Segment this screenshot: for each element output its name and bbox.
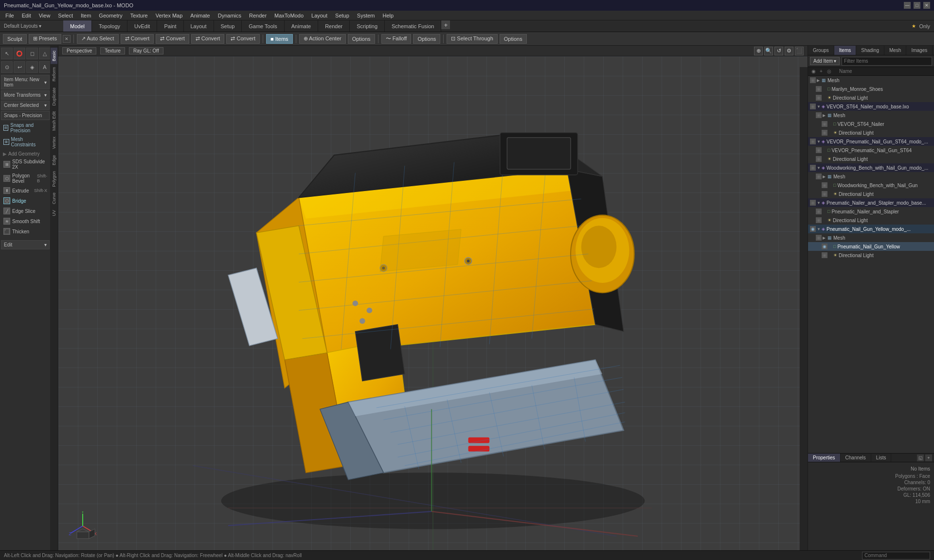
snaps-precision-header[interactable]: Snaps - Precision — [1, 111, 50, 120]
tab-paint[interactable]: Paint — [157, 20, 183, 32]
viewport-rotate-icon[interactable]: ↺ — [774, 47, 783, 55]
rtab-items[interactable]: Items — [834, 46, 856, 55]
filter-items-input[interactable] — [842, 57, 932, 66]
vis-btn[interactable]: ◉ — [810, 139, 816, 144]
tab-scripting[interactable]: Scripting — [350, 20, 385, 32]
menu-select[interactable]: Select — [54, 12, 76, 19]
tool-lasso-icon[interactable]: △ — [39, 48, 51, 59]
tool-rotate-icon[interactable]: ⊙ — [1, 61, 13, 73]
vtab-reform[interactable]: Reform — [51, 64, 57, 85]
list-item-dirlight5[interactable]: ◉ ☀ Directional Light — [808, 216, 934, 225]
expand-btn[interactable]: ▼ — [817, 201, 822, 205]
list-item-nail-gun-yellow[interactable]: ◉ □ Pneumatic_Nail_Gun_Yellow — [808, 242, 934, 251]
auto-select-button[interactable]: ↗ Auto Select — [77, 34, 119, 44]
vis-btn[interactable]: ◉ — [816, 174, 822, 179]
rtab-shading[interactable]: Shading — [856, 46, 884, 55]
menu-setup[interactable]: Setup — [332, 12, 353, 19]
action-center-button[interactable]: ⊕ Action Center — [299, 34, 346, 44]
tab-animate[interactable]: Animate — [285, 20, 318, 32]
convert-button-2[interactable]: ⇄ Convert — [156, 34, 189, 44]
sculpt-button[interactable]: Sculpt — [3, 34, 27, 44]
edit-dropdown[interactable]: Edit ▾ — [1, 240, 50, 249]
list-item-wb-mesh[interactable]: ◉ ▶ ▦ Mesh — [808, 172, 934, 181]
tool-undo-icon[interactable]: ↩ — [14, 61, 25, 73]
menu-help[interactable]: Help — [379, 12, 397, 19]
command-input[interactable] — [862, 552, 930, 560]
vis-btn[interactable]: ◉ — [822, 182, 827, 188]
maximize-button[interactable]: □ — [914, 2, 920, 9]
vis-btn[interactable]: ◉ — [816, 112, 822, 118]
tab-layout[interactable]: Layout — [184, 20, 214, 32]
list-item-dirlight3[interactable]: ◉ ☀ Directional Light — [808, 155, 934, 163]
expand-btn[interactable]: ▼ — [817, 227, 822, 231]
vis-btn[interactable]: ◉ — [822, 252, 827, 258]
expand-btn[interactable]: ▼ — [817, 140, 822, 144]
menu-vertexmap[interactable]: Vertex Map — [152, 12, 186, 19]
vis-btn[interactable]: ◉ — [816, 217, 822, 223]
tool-square-icon[interactable]: ◻ — [26, 48, 38, 59]
vis-btn[interactable]: ◉ — [822, 130, 827, 136]
tab-schematic[interactable]: Schematic Fusion — [385, 20, 441, 32]
vis-btn[interactable]: ◉ — [816, 86, 822, 92]
menu-edit[interactable]: Edit — [18, 12, 35, 19]
tool-circle-icon[interactable]: ⭕ — [14, 48, 25, 59]
menu-maxtomodo[interactable]: MaxToModo — [271, 12, 307, 19]
menu-texture[interactable]: Texture — [127, 12, 151, 19]
ray-gl-button[interactable]: Ray GL: Off — [129, 47, 163, 54]
more-transforms-dropdown[interactable]: More Transforms ▾ — [1, 90, 50, 100]
layout-selector[interactable]: Default Layouts ▾ — [4, 23, 41, 29]
tab-model[interactable]: Model — [63, 20, 92, 32]
vis-btn[interactable]: ◉ — [810, 200, 816, 206]
vtab-basic[interactable]: Basic — [51, 48, 57, 64]
brtab-expand-icon[interactable]: ◱ — [917, 455, 924, 461]
vtab-curve[interactable]: Curve — [51, 190, 57, 207]
expand-btn[interactable]: ▼ — [817, 166, 822, 170]
vis-btn[interactable]: ◉ — [822, 121, 827, 127]
expand-btn[interactable]: ▶ — [823, 113, 827, 118]
list-item-wb-item[interactable]: ◉ □ Woodworking_Bench_with_Nail_Gun — [808, 181, 934, 190]
tab-topology[interactable]: Topology — [92, 20, 127, 32]
list-item-dirlight6[interactable]: ◉ ☀ Directional Light — [808, 251, 934, 260]
list-item-nailer-stapler-group[interactable]: ◉ ▼ ◈ Pneumatic_Nailer_and_Stapler_modo_… — [808, 198, 934, 207]
vis-btn[interactable]: ◉ — [816, 235, 822, 241]
menu-geometry[interactable]: Geometry — [95, 12, 126, 19]
list-item-nailer-stapler[interactable]: ◉ □ Pneumatic_Nailer_and_Stapler — [808, 207, 934, 216]
add-item-button[interactable]: Add Item ▾ — [810, 57, 840, 65]
menu-animate[interactable]: Animate — [187, 12, 213, 19]
menu-system[interactable]: System — [354, 12, 378, 19]
convert-button-3[interactable]: ⇄ Convert — [191, 34, 225, 44]
tab-gametools[interactable]: Game Tools — [242, 20, 285, 32]
vis-btn[interactable]: ◉ — [816, 147, 822, 153]
bridge-button[interactable]: ⬡ Bridge — [1, 196, 50, 206]
mesh-constraints-button[interactable]: ⊠ Mesh Constraints — [1, 135, 50, 149]
vtab-meshedit[interactable]: Mesh Edit — [51, 108, 57, 134]
convert-button-1[interactable]: ⇄ Convert — [121, 34, 154, 44]
menu-dynamics[interactable]: Dynamics — [215, 12, 245, 19]
list-item-vevor-pneumatic-group[interactable]: ◉ ▼ ◈ VEVOR_Pneumatic_Nail_Gun_ST64_modo… — [808, 137, 934, 146]
add-tab-button[interactable]: + — [441, 20, 450, 29]
texture-button[interactable]: Texture — [100, 47, 125, 54]
falloff-options-button[interactable]: Options — [413, 34, 440, 44]
menu-render[interactable]: Render — [246, 12, 270, 19]
vis-btn[interactable]: ◉ — [822, 244, 827, 249]
list-item-dirlight2[interactable]: ◉ ☀ Directional Light — [808, 128, 934, 137]
vis-btn[interactable]: ◉ — [810, 226, 816, 232]
list-item-mesh1[interactable]: ◉ ▶ ▦ Mesh — [808, 76, 934, 85]
brtab-properties[interactable]: Properties — [808, 454, 841, 462]
presets-options-button[interactable]: ✕ — [63, 35, 71, 43]
list-item-marilyn[interactable]: ◉ □ Marilyn_Monroe_Shoes — [808, 85, 934, 93]
list-item-nail-gun-yellow-mesh[interactable]: ◉ ▶ ▦ Mesh — [808, 233, 934, 242]
vtab-vertex[interactable]: Vertex — [51, 134, 57, 152]
list-item-dirlight4[interactable]: ◉ ☀ Directional Light — [808, 190, 934, 198]
rtab-groups[interactable]: Groups — [808, 46, 834, 55]
viewport-home-icon[interactable]: ⊕ — [754, 47, 763, 55]
tab-uvedit[interactable]: UvEdit — [127, 20, 157, 32]
select-options-button[interactable]: Options — [500, 34, 527, 44]
tab-setup[interactable]: Setup — [214, 20, 242, 32]
falloff-button[interactable]: 〜 Falloff — [381, 34, 412, 44]
list-item-dirlight1[interactable]: ◉ ☀ Directional Light — [808, 93, 934, 102]
action-options-button[interactable]: Options — [348, 34, 375, 44]
vtab-polygon[interactable]: Polygon — [51, 168, 57, 190]
list-item-vevor-pneumatic[interactable]: ◉ □ VEVOR_Pneumatic_Nail_Gun_ST64 — [808, 146, 934, 155]
viewport[interactable]: Perspective Texture Ray GL: Off ⊕ 🔍 ↺ ⚙ … — [58, 46, 808, 550]
